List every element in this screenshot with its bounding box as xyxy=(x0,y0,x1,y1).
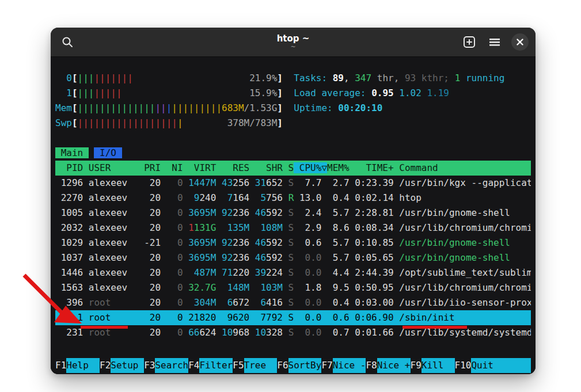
process-row-1005-seg[interactable]: 2:28.81 xyxy=(350,207,394,218)
process-row-1-seg[interactable]: 7792 xyxy=(249,312,283,323)
process-row-231-seg[interactable]: 20 xyxy=(139,327,161,338)
process-row-231-seg[interactable]: root xyxy=(83,327,138,338)
process-row-1037-seg[interactable]: 92 xyxy=(216,252,233,263)
process-row-1446-seg[interactable]: 224 xyxy=(266,267,283,278)
process-row-1037-seg[interactable]: 0.0 xyxy=(294,252,321,263)
process-row-1-seg[interactable]: 0.6 xyxy=(321,312,349,323)
close-button[interactable] xyxy=(510,32,530,52)
process-row-1446-seg[interactable]: 1446 xyxy=(55,267,83,278)
process-row-1029-seg[interactable]: alexeev xyxy=(83,237,138,248)
process-row-396-seg[interactable]: 0.0 xyxy=(294,297,321,308)
fnkey-F7[interactable]: F7 xyxy=(321,358,332,373)
process-row-1037-seg[interactable]: 5.7 xyxy=(321,252,349,263)
process-row-2270-seg[interactable]: 2270 xyxy=(55,192,83,203)
fnlabel-F2[interactable]: Setup xyxy=(111,358,144,373)
menu-button[interactable] xyxy=(485,32,504,52)
process-row-1296[interactable]: 1296 alexeev 20 0 1447M 43256 31652 S 7.… xyxy=(55,176,531,191)
fnlabel-F8[interactable]: Nice + xyxy=(377,358,411,373)
process-row-1446[interactable]: 1446 alexeev 20 0 487M 71220 39224 S 0.0… xyxy=(55,265,531,280)
process-row-396-seg[interactable]: 20 xyxy=(139,297,161,308)
process-row-231-seg[interactable]: 0.0 xyxy=(294,327,321,338)
fnlabel-F7[interactable]: Nice - xyxy=(333,358,366,373)
fnlabel-F3[interactable]: Search xyxy=(155,358,188,373)
process-row-1446-seg[interactable]: 4.4 xyxy=(321,267,349,278)
process-row-1005-seg[interactable]: 2.4 xyxy=(294,207,321,218)
fnkey-F5[interactable]: F5 xyxy=(233,358,244,373)
process-row-1029-seg[interactable]: 3695M xyxy=(183,237,217,248)
process-row-1563-seg[interactable]: alexeev xyxy=(83,282,138,293)
process-row-1-seg[interactable]: S xyxy=(283,312,294,323)
process-row-231-seg[interactable]: 0 xyxy=(161,327,183,338)
process-row-2032-seg[interactable]: S xyxy=(283,222,294,233)
search-button[interactable] xyxy=(58,32,77,52)
process-row-1563-seg[interactable]: 103M xyxy=(249,282,283,293)
process-row-2270-seg[interactable]: 5 xyxy=(249,192,266,203)
process-row-231-seg[interactable]: 624 xyxy=(199,327,216,338)
process-row-1563-seg[interactable]: S xyxy=(283,282,294,293)
process-row-231-seg[interactable]: 66 xyxy=(183,327,200,338)
process-row-2032-seg[interactable]: 108M xyxy=(249,222,283,233)
process-row-1563-seg[interactable]: 0:50.95 xyxy=(350,282,394,293)
process-row-2032-seg[interactable]: 1 xyxy=(183,222,194,233)
process-row-1037-seg[interactable]: 1037 xyxy=(55,252,83,263)
process-row-1005-seg[interactable]: alexeev xyxy=(83,207,138,218)
process-row-396[interactable]: 396 root 20 0 304M 6672 6416 S 0.0 0.4 0… xyxy=(55,295,531,310)
process-row-1296-seg[interactable]: 2.7 xyxy=(321,177,349,188)
process-row-396-seg[interactable]: 304M xyxy=(183,297,217,308)
process-row-1029-seg[interactable]: S xyxy=(283,237,294,248)
process-row-1037-seg[interactable]: /usr/bin/gnome-shell xyxy=(394,252,510,263)
process-row-1-seg[interactable]: 0 xyxy=(161,312,183,323)
table-header-seg[interactable]: CPU%▽ xyxy=(294,162,327,173)
process-row-2270-seg[interactable]: 0:02.14 xyxy=(350,192,394,203)
process-row-1037-seg[interactable]: 0:05.65 xyxy=(350,252,394,263)
tab-bar-seg[interactable] xyxy=(89,147,94,158)
process-row-1037-seg[interactable]: S xyxy=(283,252,294,263)
process-row-1296-seg[interactable]: 0 xyxy=(161,177,183,188)
process-row-1-seg[interactable]: 0.0 xyxy=(294,312,321,323)
process-row-1029[interactable]: 1029 alexeev -21 0 3695M 92236 46592 S 0… xyxy=(55,235,531,250)
fnkey-F3[interactable]: F3 xyxy=(144,358,155,373)
process-row-1-seg[interactable]: /sbin/init xyxy=(394,312,455,323)
process-row-1563-seg[interactable]: 1.8 xyxy=(294,282,321,293)
process-row-2270-seg[interactable]: 756 xyxy=(266,192,283,203)
process-row-231-seg[interactable]: 328 xyxy=(266,327,283,338)
new-tab-button[interactable] xyxy=(460,32,479,52)
process-row-1005-seg[interactable]: 92 xyxy=(216,207,233,218)
process-row-1296-seg[interactable]: /usr/bin/kgx --gapplicat xyxy=(394,177,531,188)
process-row-231[interactable]: 231 root 20 0 66624 10968 10328 S 0.0 0.… xyxy=(55,325,531,340)
process-row-2270-seg[interactable]: 20 xyxy=(139,192,161,203)
process-row-2032-seg[interactable]: 2032 xyxy=(55,222,83,233)
process-row-1296-seg[interactable]: alexeev xyxy=(83,177,138,188)
process-row-1029-seg[interactable]: /usr/bin/gnome-shell xyxy=(394,237,510,248)
process-row-2270-seg[interactable]: 9 xyxy=(183,192,200,203)
process-row-1446-seg[interactable]: /opt/sublime_text/sublim xyxy=(394,267,531,278)
process-row-231-seg[interactable]: 10 xyxy=(249,327,266,338)
process-row-2032-seg[interactable]: 2.9 xyxy=(294,222,321,233)
process-row-1296-seg[interactable]: S xyxy=(283,177,294,188)
process-row-1563-seg[interactable]: 20 xyxy=(139,282,161,293)
process-row-1563-seg[interactable]: 9.5 xyxy=(321,282,349,293)
process-row-396-seg[interactable]: 6 xyxy=(249,297,266,308)
process-row-1005-seg[interactable]: 5.7 xyxy=(321,207,349,218)
process-row-1005-seg[interactable]: /usr/bin/gnome-shell xyxy=(394,207,510,218)
process-row-2270-seg[interactable]: alexeev xyxy=(83,192,138,203)
process-row-1[interactable]: 1 root 20 0 21820 9620 7792 S 0.0 0.6 0:… xyxy=(55,310,531,325)
process-row-1037-seg[interactable]: 0 xyxy=(161,252,183,263)
fnlabel-F1[interactable]: Help xyxy=(66,358,100,373)
fnkey-F2[interactable]: F2 xyxy=(100,358,111,373)
process-row-231-seg[interactable]: /usr/lib/systemd/systemd xyxy=(394,327,531,338)
process-row-1563-seg[interactable]: 148M xyxy=(216,282,249,293)
process-row-2032-seg[interactable]: 0:08.34 xyxy=(350,222,394,233)
process-row-1296-seg[interactable]: 652 xyxy=(266,177,283,188)
process-row-1005-seg[interactable]: 20 xyxy=(139,207,161,218)
fnlabel-F9[interactable]: Kill xyxy=(421,358,455,373)
process-row-2032-seg[interactable]: 8.6 xyxy=(321,222,349,233)
process-row-231-seg[interactable]: 0.7 xyxy=(321,327,349,338)
fnkey-F9[interactable]: F9 xyxy=(411,358,421,373)
process-row-1446-seg[interactable]: alexeev xyxy=(83,267,138,278)
process-row-1446-seg[interactable]: 71 xyxy=(216,267,233,278)
process-row-396-seg[interactable]: 6 xyxy=(216,297,233,308)
process-row-231-seg[interactable]: S xyxy=(283,327,294,338)
process-row-396-seg[interactable]: 0.4 xyxy=(321,297,349,308)
process-row-1563-seg[interactable]: 0 xyxy=(161,282,183,293)
